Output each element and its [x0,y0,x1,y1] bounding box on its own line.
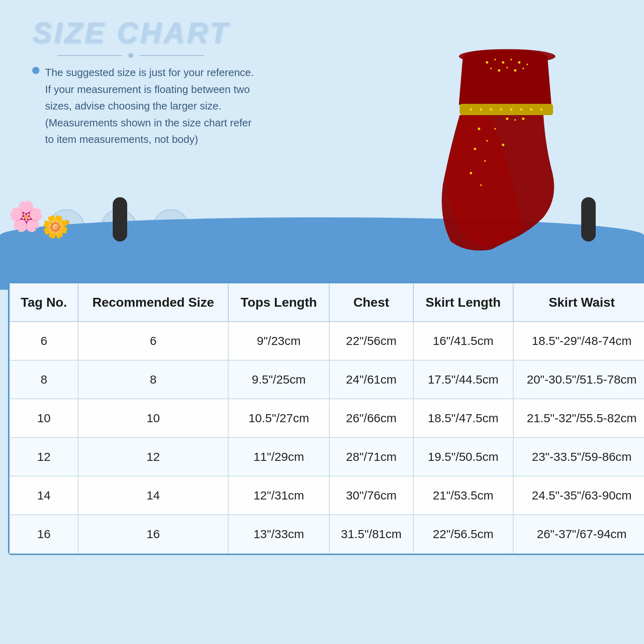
svg-point-26 [480,184,482,186]
info-bullet: The suggested size is just for your refe… [32,64,258,148]
svg-point-1 [486,61,488,64]
col-header-skirt-waist: Skirt Waist [513,283,644,322]
col-header-rec-size: Recommended Size [78,283,228,322]
table-cell-0-1: 6 [78,322,228,360]
svg-point-7 [490,68,492,69]
table-cell-1-0: 8 [10,360,78,399]
svg-point-30 [514,119,516,121]
table-cell-4-4: 21"/53.5cm [413,476,513,515]
col-header-skirt-length: Skirt Length [413,283,513,322]
table-cell-0-5: 18.5"-29"/48-74cm [513,322,644,360]
svg-point-28 [502,144,504,146]
table-cell-2-0: 10 [10,399,78,438]
flower-big-icon: 🌸 [8,199,44,233]
table-cell-1-4: 17.5"/44.5cm [413,360,513,399]
table-cell-5-1: 16 [78,515,228,553]
table-cell-5-0: 16 [10,515,78,553]
svg-point-16 [500,108,502,111]
divider-dot [128,53,133,58]
info-paragraph: The suggested size is just for your refe… [45,64,258,148]
table-cell-2-1: 10 [78,399,228,438]
table-cell-4-1: 14 [78,476,228,515]
page-title: SIZE CHART [32,16,230,49]
table-row: 141412"/31cm30"/76cm21"/53.5cm24.5"-35"/… [10,476,644,515]
svg-point-20 [540,108,543,111]
flower-small-icon: 🌼 [42,214,69,239]
table-cell-3-5: 23"-33.5"/59-86cm [513,438,644,476]
table-cell-2-3: 26"/66cm [329,399,413,438]
table-row: 669"/23cm22"/56cm16"/41.5cm18.5"-29"/48-… [10,322,644,360]
table-cell-3-2: 11"/29cm [228,438,329,476]
table-cell-2-2: 10.5"/27cm [228,399,329,438]
col-header-tag: Tag No. [10,283,78,322]
svg-point-13 [470,108,472,111]
svg-point-5 [518,61,520,64]
svg-point-27 [494,128,496,130]
svg-point-11 [522,68,524,69]
svg-point-14 [480,108,482,111]
table-cell-1-5: 20"-30.5"/51.5-78cm [513,360,644,399]
divider-line-left [58,55,122,56]
title-area: SIZE CHART [32,16,230,58]
table-cell-3-3: 28"/71cm [329,438,413,476]
svg-point-21 [478,128,480,130]
table-cell-1-2: 9.5"/25cm [228,360,329,399]
table-cell-5-3: 31.5"/81cm [329,515,413,553]
svg-point-17 [510,108,512,111]
col-header-tops-length: Tops Length [228,283,329,322]
dress-image-area [362,0,644,290]
svg-point-3 [502,61,504,64]
flowers-decoration: 🌸 🌼 [8,199,73,233]
size-chart-table: Tag No. Recommended Size Tops Length Che… [9,283,644,554]
table-cell-0-3: 22"/56cm [329,322,413,360]
svg-point-29 [506,118,508,120]
table-header-row: Tag No. Recommended Size Tops Length Che… [10,283,644,322]
svg-point-19 [530,108,533,111]
table-cell-0-0: 6 [10,322,78,360]
col-header-chest: Chest [329,283,413,322]
svg-point-31 [522,118,524,120]
table-body: 669"/23cm22"/56cm16"/41.5cm18.5"-29"/48-… [10,322,644,553]
table-cell-4-2: 12"/31cm [228,476,329,515]
table-row: 161613"/33cm31.5"/81cm22"/56.5cm26"-37"/… [10,515,644,553]
svg-point-10 [514,69,516,72]
svg-point-8 [498,69,500,72]
table-row: 889.5"/25cm24"/61cm17.5"/44.5cm20"-30.5"… [10,360,644,399]
bullet-icon [32,67,39,74]
table-cell-1-3: 24"/61cm [329,360,413,399]
measuring-bar-left [113,197,127,242]
table-cell-2-5: 21.5"-32"/55.5-82cm [513,399,644,438]
svg-point-4 [510,59,512,60]
svg-rect-12 [460,104,553,115]
table-cell-5-5: 26"-37"/67-94cm [513,515,644,553]
table-cell-4-3: 30"/76cm [329,476,413,515]
svg-point-24 [484,160,486,162]
size-chart-table-section: Tag No. Recommended Size Tops Length Che… [8,282,644,555]
table-cell-5-4: 22"/56.5cm [413,515,513,553]
table-cell-0-4: 16"/41.5cm [413,322,513,360]
divider-line-right [140,55,204,56]
table-cell-4-0: 14 [10,476,78,515]
table-cell-3-1: 12 [78,438,228,476]
title-divider [32,53,230,58]
table-cell-0-2: 9"/23cm [228,322,329,360]
top-section: SIZE CHART The suggested size is just fo… [0,0,644,290]
svg-point-6 [526,64,528,65]
table-cell-2-4: 18.5"/47.5cm [413,399,513,438]
svg-point-23 [474,148,476,150]
table-cell-5-2: 13"/33cm [228,515,329,553]
svg-point-22 [486,140,488,142]
table-cell-1-1: 8 [78,360,228,399]
table-row: 121211"/29cm28"/71cm19.5"/50.5cm23"-33.5… [10,438,644,476]
svg-point-18 [520,108,522,111]
svg-point-15 [490,108,492,111]
table-row: 101010.5"/27cm26"/66cm18.5"/47.5cm21.5"-… [10,399,644,438]
svg-point-9 [506,67,508,68]
dress-svg [427,24,580,290]
table-cell-3-0: 12 [10,438,78,476]
svg-point-25 [470,172,472,174]
info-text-area: The suggested size is just for your refe… [32,64,258,148]
svg-point-2 [494,59,496,60]
table-cell-3-4: 19.5"/50.5cm [413,438,513,476]
table-cell-4-5: 24.5"-35"/63-90cm [513,476,644,515]
